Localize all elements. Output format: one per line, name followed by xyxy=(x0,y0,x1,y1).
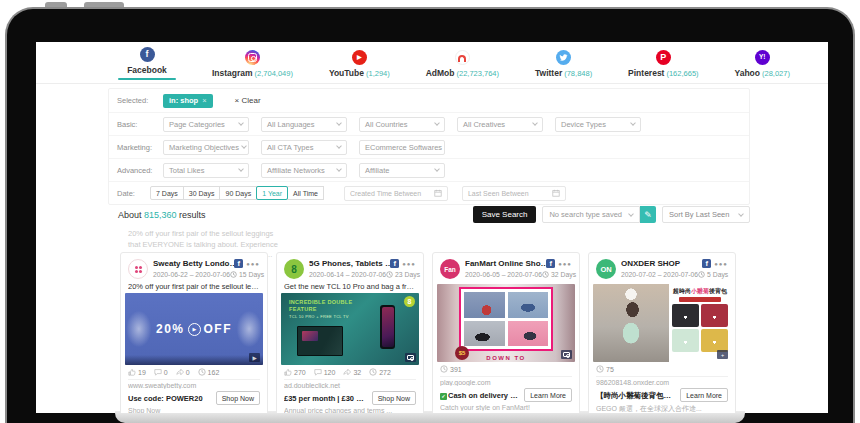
select-total-likes[interactable]: Total Likes xyxy=(163,163,249,178)
date-alltime-button[interactable]: All Time xyxy=(287,186,324,200)
app-screen: f Facebook Instagram(2,704,049) ▶ YouTub… xyxy=(36,42,828,413)
tab-pinterest[interactable]: P Pinterest(162,665) xyxy=(628,50,698,78)
selected-label: Selected: xyxy=(117,96,151,105)
tab-count: (78,848) xyxy=(564,69,592,78)
clock-icon xyxy=(230,271,237,278)
date-1year-button[interactable]: 1 Year xyxy=(256,186,288,200)
chip-remove-icon[interactable]: × xyxy=(202,96,206,105)
date-90days-button[interactable]: 90 Days xyxy=(219,186,257,200)
check-icon: ✓ xyxy=(510,393,517,400)
ad-card-onxder[interactable]: ON ONXDER SHOP 2020-07-02 – 2020-07-06 5… xyxy=(588,252,736,413)
instagram-icon xyxy=(245,50,260,65)
ad-card-5g-phones[interactable]: 8 5G Phones, Tablets & SIMs | ... 2020-0… xyxy=(276,252,424,413)
clock-icon xyxy=(198,368,206,376)
ad-image[interactable]: 20% ▶ OFF ▶ xyxy=(125,293,263,365)
ad-domain: www.sweatybetty.com xyxy=(128,382,260,389)
card-menu-button[interactable]: ●●● xyxy=(246,261,260,267)
network-tabbar: f Facebook Instagram(2,704,049) ▶ YouTub… xyxy=(36,42,828,84)
tab-count: (28,027) xyxy=(762,69,790,78)
learn-more-button[interactable]: Learn More xyxy=(524,388,572,402)
ad-domain: 986208148.onxder.com xyxy=(596,379,728,386)
select-creatives[interactable]: All Creatives xyxy=(457,117,543,132)
shop-now-button[interactable]: Shop Now xyxy=(216,391,260,405)
chevron-down-icon xyxy=(630,120,636,126)
filter-panel: Selected: in: shop × × Clear Basic: Page… xyxy=(108,88,750,205)
select-page-categories[interactable]: Page Categories xyxy=(163,117,249,132)
select-device-types[interactable]: Device Types xyxy=(555,117,641,132)
tab-count: (1,294) xyxy=(366,69,390,78)
select-languages[interactable]: All Languages xyxy=(261,117,347,132)
created-time-between-input[interactable]: Created Time Between xyxy=(344,186,448,201)
facebook-badge-icon: f xyxy=(546,259,555,268)
saved-search-dropdown[interactable]: No search type saved xyxy=(542,206,640,223)
select-cta-types[interactable]: All CTA Types xyxy=(261,140,347,155)
ad-subline: Shop Now xyxy=(128,407,260,413)
ad-image[interactable]: $5 DOWN TO xyxy=(437,284,575,362)
ad-image-text: 超時尚小雛菊後背包 xyxy=(672,287,728,295)
clock-icon xyxy=(386,271,393,278)
card-menu-button[interactable]: ●●● xyxy=(714,261,728,267)
tab-instagram[interactable]: Instagram(2,704,049) xyxy=(212,50,293,78)
select-ecommerce-softwares[interactable]: ECommerce Softwares xyxy=(359,140,445,155)
clock-icon xyxy=(542,271,549,278)
facebook-glyph: f xyxy=(146,50,149,59)
advanced-label: Advanced: xyxy=(117,166,151,175)
photo-type-icon xyxy=(405,353,416,362)
sort-dropdown[interactable]: Sort By Last Seen xyxy=(662,206,750,223)
filter-chip-shop[interactable]: in: shop × xyxy=(163,94,213,108)
ad-card-fanmart[interactable]: Fan FanMart Online Shopping - F... 2020-… xyxy=(432,252,580,413)
select-affiliate-networks[interactable]: Affiliate Networks xyxy=(261,163,347,178)
active-tab-underline xyxy=(118,78,176,81)
ad-headline: 【時尚小雛菊後背包】小雛菊刺... xyxy=(596,390,676,401)
chevron-down-icon xyxy=(238,120,244,126)
tab-youtube[interactable]: ▶ YouTube(1,294) xyxy=(329,50,390,78)
ad-image-text: DOWN TO xyxy=(437,355,575,361)
pinterest-icon: P xyxy=(656,50,671,65)
comment-icon xyxy=(154,368,162,376)
date-range: 2020-06-05 – 2020-07-06 xyxy=(465,271,542,278)
chevron-down-icon xyxy=(434,120,440,126)
page-avatar: 8 xyxy=(284,259,304,279)
ad-headline: Use code: POWER20 xyxy=(128,393,212,404)
tab-admob[interactable]: AdMob(22,723,764) xyxy=(426,50,499,78)
ad-subline: Catch your style on FanMart! xyxy=(440,404,572,411)
card-menu-button[interactable]: ●●● xyxy=(558,261,572,267)
page-avatar: ON xyxy=(596,259,616,279)
stats-row: 19 0 0 162 xyxy=(128,368,260,376)
last-seen-between-input[interactable]: Last Seen Between xyxy=(462,186,566,201)
photo-type-icon xyxy=(561,350,572,359)
check-icon: ✓ xyxy=(440,393,447,400)
share-icon xyxy=(343,368,351,376)
ad-image[interactable]: 超時尚小雛菊後背包 + xyxy=(593,284,731,362)
learn-more-button[interactable]: Learn More xyxy=(680,388,728,402)
select-countries[interactable]: All Countries xyxy=(359,117,445,132)
date-7days-button[interactable]: 7 Days xyxy=(150,186,184,200)
ad-image-text: INCREDIBLE DOUBLE FEATURE TCL 10 PRO + F… xyxy=(289,299,352,320)
duration: 32 Days xyxy=(542,271,576,278)
chevron-down-icon xyxy=(336,143,342,149)
ad-card-grid: Sweaty Betty London | Wom... 2020-06-22 … xyxy=(120,252,736,413)
video-type-icon: ▶ xyxy=(249,353,260,362)
ad-image[interactable]: INCREDIBLE DOUBLE FEATURE TCL 10 PRO + F… xyxy=(281,293,419,365)
date-30days-button[interactable]: 30 Days xyxy=(183,186,221,200)
play-button[interactable]: ▶ xyxy=(188,323,201,336)
ad-card-sweaty-betty[interactable]: Sweaty Betty London | Wom... 2020-06-22 … xyxy=(120,252,268,413)
basic-row: Basic: Page Categories All Languages All… xyxy=(109,112,749,135)
select-affiliate[interactable]: Affiliate xyxy=(359,163,445,178)
duration: 15 Days xyxy=(230,271,264,278)
ad-text: 20% off your first pair of the sellout l… xyxy=(128,282,260,291)
card-menu-button[interactable]: ●●● xyxy=(402,261,416,267)
tab-label: Yahoo xyxy=(735,68,761,78)
tab-label: AdMob xyxy=(426,68,455,78)
tab-twitter[interactable]: Twitter(78,848) xyxy=(535,50,592,78)
shop-now-button[interactable]: Shop Now xyxy=(372,391,416,405)
clear-filters-link[interactable]: × Clear xyxy=(235,96,261,105)
save-search-button[interactable]: Save Search xyxy=(473,206,537,223)
basic-label: Basic: xyxy=(117,120,151,129)
select-marketing-objectives[interactable]: Marketing Objectives xyxy=(163,140,249,155)
tv-graphic xyxy=(297,326,343,356)
tab-yahoo[interactable]: Y! Yahoo(28,027) xyxy=(735,50,790,78)
edit-saved-search-button[interactable]: ✎ xyxy=(640,206,656,223)
ad-headline: ✓Cash on delivery ✓Days fr... xyxy=(440,390,520,401)
tab-facebook[interactable]: f Facebook xyxy=(118,47,176,81)
